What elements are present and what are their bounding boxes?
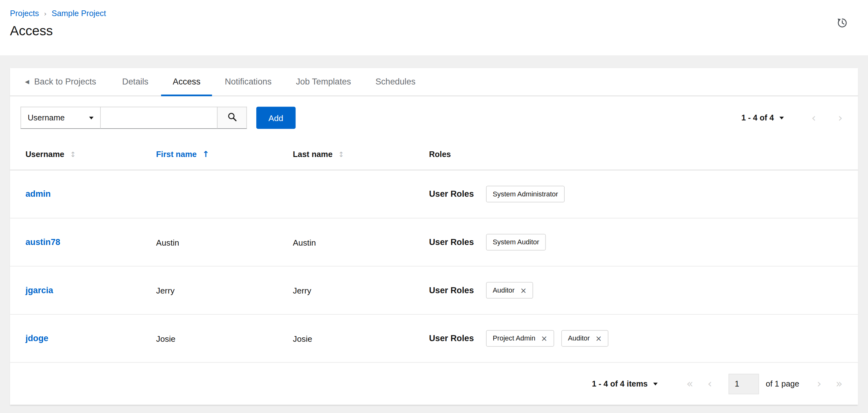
tab-details[interactable]: Details <box>111 68 160 96</box>
access-card: ◀ Back to Projects Details Access Notifi… <box>10 68 858 405</box>
tab-label: Details <box>122 77 148 87</box>
role-chip-label: Project Admin <box>493 335 535 342</box>
search-icon <box>227 112 237 123</box>
role-chips: Project Admin × Auditor × <box>486 330 609 347</box>
chevron-down-icon <box>89 116 93 119</box>
sort-ascending-icon: ↑ <box>202 149 209 160</box>
first-name-cell: Austin <box>156 237 293 247</box>
last-name-cell: Austin <box>293 237 429 247</box>
back-arrow-icon: ◀ <box>25 79 29 85</box>
search-input[interactable] <box>100 107 217 129</box>
history-icon <box>836 22 848 30</box>
tab-schedules[interactable]: Schedules <box>364 68 427 96</box>
items-per-page-dropdown[interactable]: 1 - 4 of 4 items <box>592 379 657 388</box>
role-chip-label: System Administrator <box>493 190 558 198</box>
user-roles-label: User Roles <box>429 285 474 296</box>
username-link[interactable]: jgarcia <box>26 285 53 295</box>
chevron-down-icon <box>779 116 784 119</box>
column-header-last-name-label: Last name <box>293 150 333 159</box>
role-chips: Auditor × <box>486 282 533 299</box>
column-header-roles-label: Roles <box>429 150 451 159</box>
top-pagination: 1 - 4 of 4 ‹ › <box>741 112 843 123</box>
role-chip-label: System Auditor <box>493 238 539 246</box>
top-pagination-range: 1 - 4 of 4 <box>741 113 774 122</box>
page-header: Projects › Sample Project Access <box>0 0 868 55</box>
search-filter-group: Username <box>21 107 247 129</box>
breadcrumb-link-sample-project[interactable]: Sample Project <box>52 9 106 18</box>
page-title: Access <box>10 23 868 39</box>
filter-key-dropdown[interactable]: Username <box>21 107 101 129</box>
previous-page-icon[interactable]: ‹ <box>811 112 816 123</box>
roles-cell: User Roles Project Admin × Auditor × <box>429 330 842 347</box>
roles-cell: User Roles System Auditor <box>429 234 842 251</box>
history-button[interactable] <box>836 16 849 30</box>
username-link[interactable]: admin <box>26 189 51 199</box>
roles-cell: User Roles Auditor × <box>429 282 842 299</box>
app-viewport: Projects › Sample Project Access ◀ Back … <box>0 0 868 413</box>
next-page-icon[interactable]: › <box>838 112 842 123</box>
role-chip: Auditor × <box>486 282 533 299</box>
top-pagination-dropdown[interactable]: 1 - 4 of 4 <box>741 113 784 122</box>
first-name-cell: Josie <box>156 334 293 343</box>
breadcrumb: Projects › Sample Project <box>10 0 868 18</box>
chevron-down-icon <box>653 382 658 385</box>
filter-key-selected: Username <box>28 113 65 122</box>
items-range-label: 1 - 4 of 4 items <box>592 379 648 388</box>
table-row: austin78 Austin Austin User Roles System… <box>10 218 858 267</box>
remove-role-icon[interactable]: × <box>595 335 602 342</box>
column-header-username[interactable]: Username ↕ <box>26 150 156 159</box>
user-roles-label: User Roles <box>429 189 474 199</box>
current-page-input[interactable] <box>729 374 759 394</box>
role-chip: Project Admin × <box>486 330 554 347</box>
last-name-cell: Josie <box>293 334 429 343</box>
tab-label: Notifications <box>225 77 272 87</box>
back-to-projects-link[interactable]: ◀ Back to Projects <box>10 68 110 96</box>
tabs: Details Access Notifications Job Templat… <box>110 68 427 96</box>
sort-icon: ↕ <box>70 150 76 158</box>
first-page-icon[interactable]: « <box>686 378 693 389</box>
table-header-row: Username ↕ First name ↑ Last name ↕ Role… <box>10 139 858 170</box>
role-chip: Auditor × <box>561 330 609 347</box>
column-header-roles: Roles <box>429 150 842 159</box>
column-header-first-name[interactable]: First name ↑ <box>156 149 293 160</box>
search-button[interactable] <box>217 107 247 129</box>
column-header-username-label: Username <box>26 150 64 159</box>
role-chips: System Administrator <box>486 186 565 202</box>
role-chips: System Auditor <box>486 234 546 251</box>
access-table: Username ↕ First name ↑ Last name ↕ Role… <box>10 139 858 363</box>
content-area: ◀ Back to Projects Details Access Notifi… <box>0 55 868 405</box>
user-roles-label: User Roles <box>429 237 474 247</box>
tab-label: Job Templates <box>296 77 351 87</box>
page-count-label: of 1 page <box>766 379 799 388</box>
column-header-last-name[interactable]: Last name ↕ <box>293 150 429 159</box>
back-to-projects-label: Back to Projects <box>34 77 96 87</box>
role-chip: System Auditor <box>486 234 546 251</box>
table-row: admin User Roles System Administrator <box>10 170 858 218</box>
tab-access[interactable]: Access <box>161 68 212 96</box>
username-cell: austin78 <box>26 237 156 247</box>
username-cell: jdoge <box>26 334 156 344</box>
username-link[interactable]: austin78 <box>26 237 60 246</box>
role-chip-label: Auditor <box>493 286 515 294</box>
breadcrumb-link-projects[interactable]: Projects <box>10 9 39 18</box>
add-button[interactable]: Add <box>256 107 296 129</box>
column-header-first-name-label: First name <box>156 150 197 159</box>
table-body: admin User Roles System Administrator au… <box>10 170 858 363</box>
username-cell: jgarcia <box>26 285 156 296</box>
tab-label: Schedules <box>375 77 415 87</box>
remove-role-icon[interactable]: × <box>541 335 548 342</box>
table-row: jgarcia Jerry Jerry User Roles Auditor × <box>10 266 858 315</box>
remove-role-icon[interactable]: × <box>520 286 527 294</box>
tab-job-templates[interactable]: Job Templates <box>284 68 363 96</box>
tab-notifications[interactable]: Notifications <box>213 68 283 96</box>
roles-cell: User Roles System Administrator <box>429 186 842 202</box>
last-name-cell: Jerry <box>293 286 429 295</box>
username-link[interactable]: jdoge <box>26 334 49 343</box>
next-page-icon[interactable]: › <box>817 378 821 389</box>
previous-page-icon[interactable]: ‹ <box>708 378 712 389</box>
last-page-icon[interactable]: » <box>836 378 842 389</box>
first-name-cell: Jerry <box>156 286 293 295</box>
tab-bar: ◀ Back to Projects Details Access Notifi… <box>10 68 858 96</box>
role-chip-label: Auditor <box>568 335 590 342</box>
toolbar: Username Add <box>10 96 858 139</box>
